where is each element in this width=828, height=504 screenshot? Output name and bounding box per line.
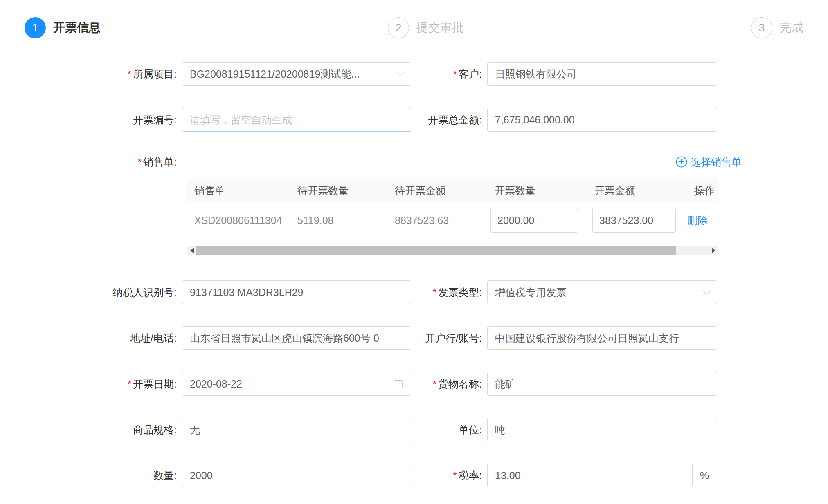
unit-label: 单位:	[411, 423, 487, 437]
required-mark: *	[433, 287, 436, 298]
invoice-qty-input[interactable]	[491, 208, 578, 233]
invoice-amount-cell	[587, 208, 687, 233]
invoice-type-label: *发票类型:	[411, 286, 487, 299]
row-quantity-taxrate: 数量: *税率: %	[25, 464, 742, 487]
pending-amount-cell: 8837523.63	[388, 215, 488, 226]
sales-order-table: 销售单 待开票数量 待开票金额 开票数量 开票金额 操作 XSD20080611…	[187, 179, 718, 239]
chevron-down-icon	[396, 68, 405, 76]
sales-order-label: *销售单:	[25, 155, 182, 169]
step-2-title: 提交审批	[416, 20, 464, 36]
step-3-title: 完成	[780, 20, 803, 36]
spec-input[interactable]	[182, 418, 411, 441]
col-invoice-amount: 开票金额	[587, 184, 687, 197]
customer-label: *客户:	[411, 67, 487, 81]
address-phone-label: 地址/电话:	[25, 332, 182, 345]
select-sales-order-link[interactable]: 选择销售单	[676, 155, 742, 169]
step-3-circle: 3	[751, 17, 772, 38]
invoice-no-label: 开票编号:	[25, 113, 182, 127]
unit-input[interactable]	[487, 418, 717, 441]
scroll-right-icon	[712, 248, 716, 253]
col-action: 操作	[687, 184, 718, 197]
row-project-customer: *所属项目: BG200819151121/20200819测试能... *客户…	[25, 62, 742, 86]
percent-suffix: %	[700, 470, 709, 482]
project-value: BG200819151121/20200819测试能...	[190, 67, 394, 81]
table-row: XSD200806111304 5119.08 8837523.63 删除	[187, 202, 718, 239]
step-2-circle: 2	[388, 17, 409, 38]
quantity-input[interactable]	[182, 464, 411, 487]
invoice-no-input[interactable]	[182, 108, 411, 132]
required-mark: *	[128, 379, 131, 390]
col-pending-amount: 待开票金额	[388, 184, 488, 197]
table-header: 销售单 待开票数量 待开票金额 开票数量 开票金额 操作	[187, 179, 718, 202]
invoice-type-select[interactable]: 增值税专用发票	[487, 280, 717, 304]
quantity-field[interactable]	[190, 464, 403, 487]
required-mark: *	[453, 470, 457, 481]
delete-row-link[interactable]: 删除	[687, 214, 718, 227]
row-taxpayer-invoicetype: 纳税人识别号: *发票类型: 增值税专用发票	[25, 280, 742, 304]
scrollbar-thumb[interactable]	[196, 246, 676, 255]
bank-account-field[interactable]	[495, 327, 709, 349]
scrollbar-track[interactable]	[196, 246, 709, 255]
required-mark: *	[138, 157, 142, 168]
quantity-label: 数量:	[25, 469, 182, 482]
taxpayer-id-field[interactable]	[190, 281, 403, 304]
address-phone-field[interactable]	[190, 327, 403, 349]
col-pending-qty: 待开票数量	[290, 184, 388, 197]
goods-name-input[interactable]	[487, 372, 717, 396]
sales-order-header: *销售单: 选择销售单	[25, 154, 742, 170]
col-invoice-qty: 开票数量	[488, 184, 587, 197]
calendar-icon	[393, 379, 403, 389]
total-amount-input[interactable]	[487, 108, 717, 132]
step-invoice-info: 1 开票信息	[25, 17, 101, 38]
pending-qty-cell: 5119.08	[290, 215, 388, 226]
project-select[interactable]: BG200819151121/20200819测试能...	[182, 62, 411, 86]
step-1-title: 开票信息	[53, 20, 101, 36]
taxpayer-id-input[interactable]	[182, 280, 411, 304]
step-complete: 3 完成	[751, 17, 803, 38]
invoice-date-label: *开票日期:	[25, 377, 182, 391]
goods-name-field[interactable]	[495, 372, 709, 395]
total-amount-label: 开票总金额:	[411, 113, 487, 127]
invoice-date-picker[interactable]: 2020-08-22	[182, 372, 411, 396]
invoice-form-page: 1 开票信息 2 提交审批 3 完成 *所属项目: BG200819151121…	[0, 0, 828, 487]
step-divider	[108, 28, 380, 28]
scroll-right-button[interactable]	[709, 246, 718, 255]
row-spec-unit: 商品规格: 单位:	[25, 418, 742, 441]
invoice-type-value: 增值税专用发票	[495, 286, 700, 299]
horizontal-scrollbar[interactable]	[187, 246, 718, 255]
invoice-date-value: 2020-08-22	[190, 378, 393, 390]
bank-account-label: 开户行/账号:	[411, 332, 487, 345]
address-phone-input[interactable]	[182, 326, 411, 350]
tax-rate-field[interactable]	[495, 464, 685, 487]
scroll-left-button[interactable]	[187, 246, 196, 255]
step-divider	[471, 28, 744, 28]
customer-input[interactable]	[487, 62, 717, 86]
project-label: *所属项目:	[25, 67, 182, 81]
invoice-amount-input[interactable]	[592, 208, 676, 233]
taxpayer-id-label: 纳税人识别号:	[25, 286, 182, 299]
total-amount-field[interactable]	[495, 108, 709, 131]
invoice-form: *所属项目: BG200819151121/20200819测试能... *客户…	[25, 62, 742, 487]
bank-account-input[interactable]	[487, 326, 717, 350]
chevron-down-icon	[702, 287, 711, 295]
required-mark: *	[433, 379, 436, 390]
invoice-no-field[interactable]	[190, 108, 403, 131]
order-no-cell: XSD200806111304	[187, 215, 290, 226]
customer-field[interactable]	[495, 63, 709, 85]
goods-name-label: *货物名称:	[411, 377, 487, 391]
select-sales-order-text: 选择销售单	[691, 155, 742, 169]
steps-bar: 1 开票信息 2 提交审批 3 完成	[25, 12, 803, 43]
invoice-qty-cell	[488, 208, 587, 233]
required-mark: *	[453, 69, 457, 80]
unit-field[interactable]	[495, 418, 709, 441]
tax-rate-input[interactable]	[487, 464, 693, 487]
spec-label: 商品规格:	[25, 423, 182, 437]
step-1-circle: 1	[25, 17, 46, 38]
spec-field[interactable]	[190, 418, 403, 441]
row-address-bank: 地址/电话: 开户行/账号:	[25, 326, 742, 350]
row-invoiceno-total: 开票编号: 开票总金额:	[25, 108, 742, 132]
row-date-goods: *开票日期: 2020-08-22 *货物名称:	[25, 372, 742, 396]
scroll-left-icon	[190, 248, 194, 253]
step-submit-approval: 2 提交审批	[388, 17, 464, 38]
col-order-no: 销售单	[187, 184, 290, 197]
